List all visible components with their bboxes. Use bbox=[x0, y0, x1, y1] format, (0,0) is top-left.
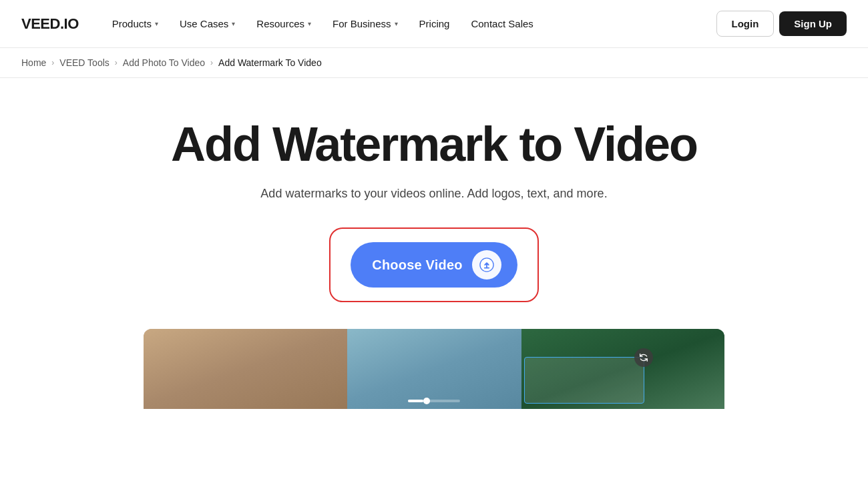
login-button[interactable]: Login bbox=[716, 11, 775, 37]
breadcrumb-sep-2: › bbox=[115, 58, 118, 67]
hero-subtitle: Add watermarks to your videos online. Ad… bbox=[260, 187, 607, 201]
chevron-down-icon: ▾ bbox=[155, 20, 158, 27]
nav-label-resources: Resources bbox=[256, 18, 304, 29]
nav-label-use-cases: Use Cases bbox=[180, 18, 228, 29]
breadcrumb-sep-1: › bbox=[51, 58, 54, 67]
nav-items: Products ▾ Use Cases ▾ Resources ▾ For B… bbox=[103, 13, 716, 35]
upload-icon-circle bbox=[472, 250, 501, 280]
nav-right: Login Sign Up bbox=[716, 11, 847, 37]
chevron-down-icon: ▾ bbox=[232, 20, 235, 27]
chevron-down-icon: ▾ bbox=[308, 20, 311, 27]
page-title: Add Watermark to Video bbox=[171, 118, 697, 171]
breadcrumb-add-watermark: Add Watermark To Video bbox=[218, 57, 322, 68]
video-preview-inner bbox=[144, 329, 724, 409]
chevron-down-icon: ▾ bbox=[395, 20, 398, 27]
choose-video-button[interactable]: Choose Video bbox=[351, 242, 517, 288]
video-left-panel bbox=[144, 329, 347, 409]
nav-item-contact-sales[interactable]: Contact Sales bbox=[461, 13, 542, 35]
nav-item-pricing[interactable]: Pricing bbox=[410, 13, 459, 35]
video-middle-panel bbox=[347, 329, 521, 409]
progress-fill bbox=[408, 400, 423, 402]
nav-item-resources[interactable]: Resources ▾ bbox=[247, 13, 320, 35]
video-right-panel bbox=[521, 329, 725, 409]
signup-button[interactable]: Sign Up bbox=[779, 11, 847, 36]
breadcrumb-veed-tools[interactable]: VEED Tools bbox=[59, 57, 109, 68]
watermark-overlay bbox=[524, 357, 644, 404]
choose-video-wrapper: Choose Video bbox=[329, 227, 538, 302]
nav-item-for-business[interactable]: For Business ▾ bbox=[323, 13, 407, 35]
nav-item-use-cases[interactable]: Use Cases ▾ bbox=[170, 13, 244, 35]
nav-label-contact-sales: Contact Sales bbox=[471, 18, 533, 29]
breadcrumb-home[interactable]: Home bbox=[21, 57, 46, 68]
breadcrumb-sep-3: › bbox=[210, 58, 213, 67]
main-nav: VEED.IO Products ▾ Use Cases ▾ Resources… bbox=[0, 0, 868, 48]
video-preview bbox=[144, 329, 724, 409]
nav-label-for-business: For Business bbox=[333, 18, 391, 29]
choose-video-label: Choose Video bbox=[372, 258, 462, 273]
progress-dot bbox=[423, 398, 430, 404]
nav-item-products[interactable]: Products ▾ bbox=[103, 13, 168, 35]
video-progress-bar bbox=[408, 400, 460, 402]
breadcrumb-add-photo[interactable]: Add Photo To Video bbox=[123, 57, 205, 68]
nav-label-products: Products bbox=[112, 18, 152, 29]
nav-label-pricing: Pricing bbox=[419, 18, 450, 29]
logo[interactable]: VEED.IO bbox=[21, 15, 79, 33]
rotate-icon bbox=[634, 348, 653, 367]
breadcrumb: Home › VEED Tools › Add Photo To Video ›… bbox=[0, 48, 868, 78]
upload-icon bbox=[479, 258, 494, 272]
hero-section: Add Watermark to Video Add watermarks to… bbox=[0, 78, 868, 436]
